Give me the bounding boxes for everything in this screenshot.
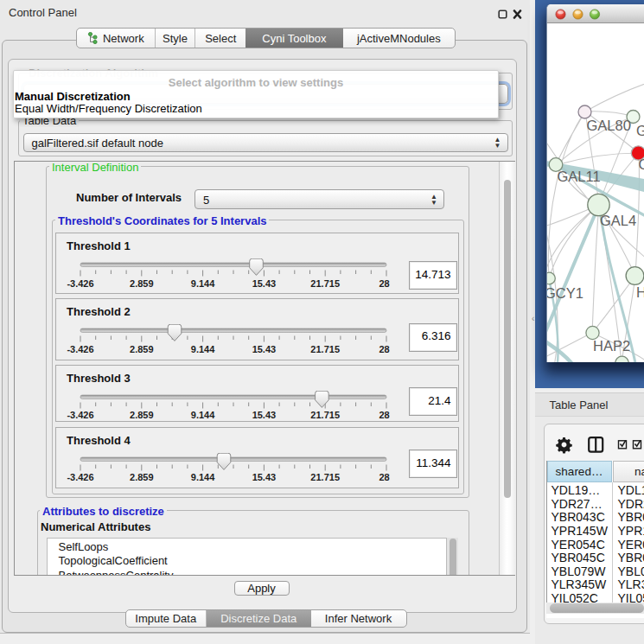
svg-text:CDC19: CDC19 bbox=[638, 156, 644, 172]
svg-text:GAL11: GAL11 bbox=[557, 169, 600, 184]
svg-text:HAP2: HAP2 bbox=[593, 338, 630, 354]
svg-text:GAL4: GAL4 bbox=[600, 213, 636, 228]
svg-text:GAL80: GAL80 bbox=[636, 123, 644, 138]
svg-text:GCY1: GCY1 bbox=[547, 285, 583, 301]
svg-text:HAP4: HAP4 bbox=[636, 284, 644, 300]
svg-text:GAL80: GAL80 bbox=[586, 118, 630, 133]
